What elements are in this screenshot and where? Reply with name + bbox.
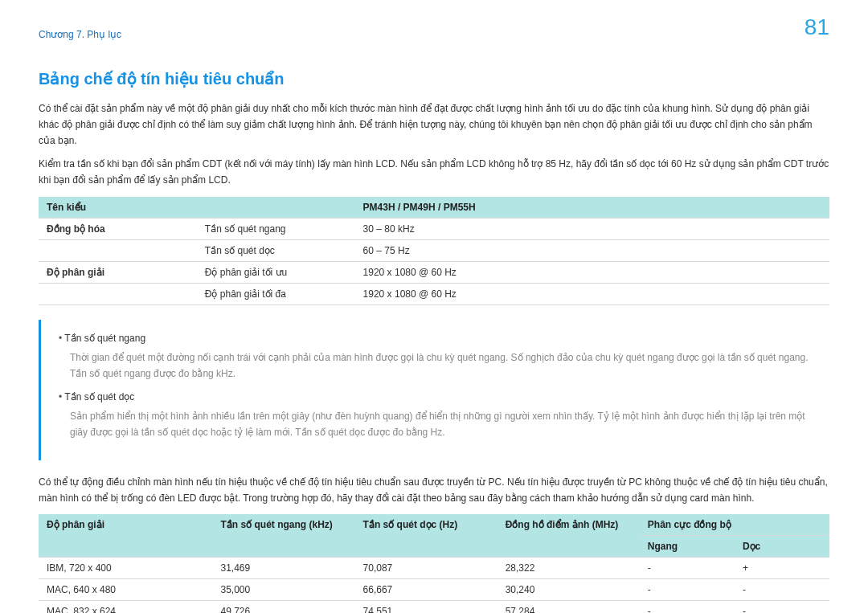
table-row: MAC, 640 x 480 35,000 66,667 30,240 - - (39, 579, 829, 601)
cell-h: - (640, 579, 735, 601)
page-number: 81 (805, 14, 829, 40)
body-paragraph-3: Có thể tự động điều chỉnh màn hình nếu t… (39, 475, 829, 507)
col-hfreq: Tần số quét ngang (kHz) (212, 514, 354, 558)
table-row: Độ phân giải tối đa 1920 x 1080 @ 60 Hz (39, 283, 829, 304)
col-resolution: Độ phân giải (39, 514, 212, 558)
cell-vf: 66,667 (355, 579, 497, 601)
note-head: Tần số quét ngang (59, 331, 817, 347)
col-polarity: Phân cực đồng bộ (640, 514, 829, 536)
page: Chương 7. Phụ lục 81 Bảng chế độ tín hiệ… (0, 0, 868, 613)
cell-value: 1920 x 1080 @ 60 Hz (355, 261, 829, 283)
note-desc: Sản phẩm hiển thị một hình ảnh nhiều lần… (70, 409, 817, 441)
cell-group: Đồng bộ hóa (39, 218, 197, 239)
cell-vf: 70,087 (355, 558, 497, 579)
cell-label: Độ phân giải tối đa (197, 283, 355, 304)
table-row: Đồng bộ hóa Tần số quét ngang 30 – 80 kH… (39, 218, 829, 239)
cell-res: MAC, 832 x 624 (39, 601, 212, 613)
intro-paragraph-1: Có thể cài đặt sản phẩm này về một độ ph… (39, 101, 829, 149)
col-vfreq: Tần số quét dọc (Hz) (355, 514, 497, 558)
table-row: Độ phân giải Độ phân giải tối ưu 1920 x … (39, 261, 829, 283)
note-head: Tần số quét dọc (59, 390, 817, 406)
col-polarity-h: Ngang (640, 536, 735, 558)
col-polarity-v: Dọc (735, 536, 829, 558)
cell-res: MAC, 640 x 480 (39, 579, 212, 601)
cell-value: 60 – 75 Hz (355, 239, 829, 261)
cell-group (39, 239, 197, 261)
cell-group (39, 283, 197, 304)
cell-label: Tần số quét ngang (197, 218, 355, 239)
cell-pc: 57,284 (497, 601, 640, 613)
cell-vf: 74,551 (355, 601, 497, 613)
cell-pc: 30,240 (497, 579, 640, 601)
cell-v: - (735, 579, 829, 601)
col-model-values: PM43H / PM49H / PM55H (355, 197, 829, 219)
breadcrumb: Chương 7. Phụ lục (39, 29, 829, 40)
cell-pc: 28,322 (497, 558, 640, 579)
note-item: Tần số quét dọc Sản phẩm hiển thị một hì… (59, 390, 817, 440)
note-desc: Thời gian để quét một đường nối cạnh trá… (70, 350, 817, 382)
model-spec-table: Tên kiểu PM43H / PM49H / PM55H Đồng bộ h… (39, 197, 829, 305)
table-row: MAC, 832 x 624 49,726 74,551 57,284 - - (39, 601, 829, 613)
cell-group: Độ phân giải (39, 261, 197, 283)
cell-h: - (640, 558, 735, 579)
cell-label: Tần số quét dọc (197, 239, 355, 261)
cell-h: - (640, 601, 735, 613)
cell-label: Độ phân giải tối ưu (197, 261, 355, 283)
table-row: IBM, 720 x 400 31,469 70,087 28,322 - + (39, 558, 829, 579)
cell-v: - (735, 601, 829, 613)
cell-v: + (735, 558, 829, 579)
cell-value: 1920 x 1080 @ 60 Hz (355, 283, 829, 304)
col-pixelclock: Đồng hồ điểm ảnh (MHz) (497, 514, 640, 558)
intro-paragraph-2: Kiểm tra tần số khi bạn đổi sản phẩm CDT… (39, 157, 829, 189)
table-row: Tần số quét dọc 60 – 75 Hz (39, 239, 829, 261)
note-box: Tần số quét ngang Thời gian để quét một … (39, 320, 829, 460)
cell-hf: 49,726 (212, 601, 354, 613)
cell-hf: 31,469 (212, 558, 354, 579)
cell-hf: 35,000 (212, 579, 354, 601)
cell-res: IBM, 720 x 400 (39, 558, 212, 579)
col-model-name: Tên kiểu (39, 197, 355, 219)
note-item: Tần số quét ngang Thời gian để quét một … (59, 331, 817, 382)
cell-value: 30 – 80 kHz (355, 218, 829, 239)
signal-mode-table: Độ phân giải Tần số quét ngang (kHz) Tần… (39, 514, 829, 613)
page-title: Bảng chế độ tín hiệu tiêu chuẩn (39, 69, 829, 88)
